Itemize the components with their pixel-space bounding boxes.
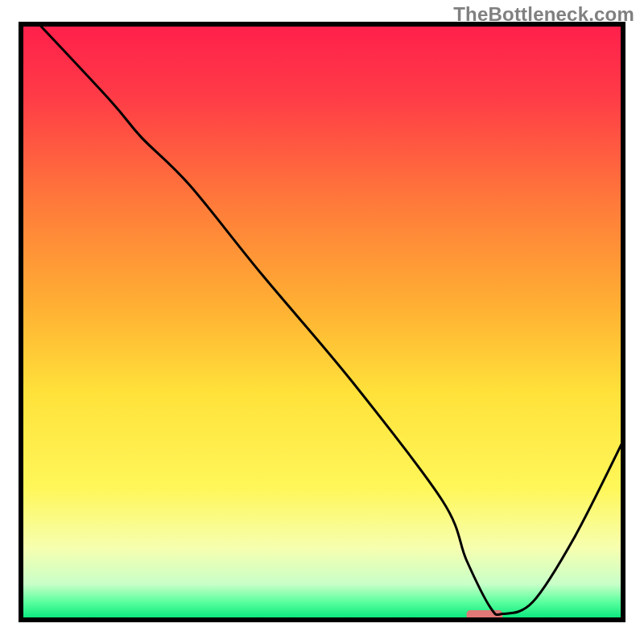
bottleneck-chart — [0, 0, 644, 644]
gradient-background — [21, 24, 623, 620]
chart-container: { "watermark": "TheBottleneck.com", "cha… — [0, 0, 644, 644]
